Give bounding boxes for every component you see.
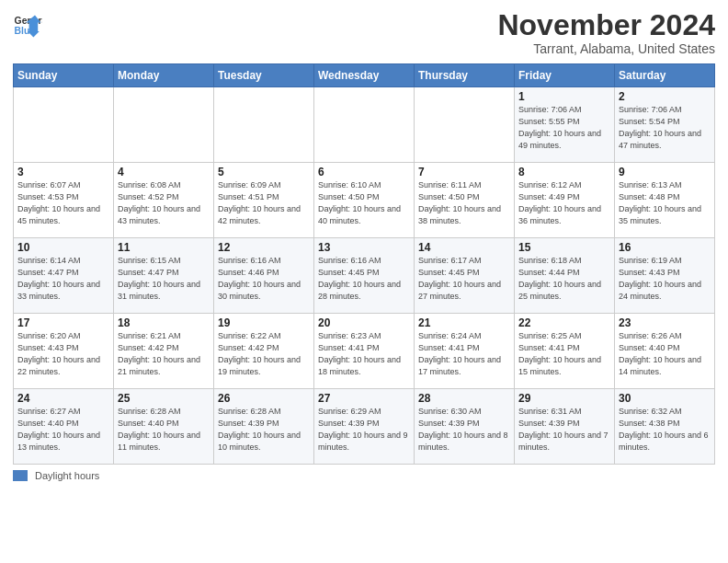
calendar-cell: 22Sunrise: 6:25 AM Sunset: 4:41 PM Dayli… — [515, 314, 615, 389]
calendar-cell: 13Sunrise: 6:16 AM Sunset: 4:45 PM Dayli… — [314, 238, 415, 314]
day-number: 18 — [118, 316, 210, 329]
day-number: 14 — [418, 241, 510, 254]
calendar-cell: 15Sunrise: 6:18 AM Sunset: 4:44 PM Dayli… — [515, 238, 615, 314]
calendar-cell: 21Sunrise: 6:24 AM Sunset: 4:41 PM Dayli… — [415, 314, 515, 389]
day-info: Sunrise: 6:09 AM Sunset: 4:51 PM Dayligh… — [218, 179, 310, 227]
day-number: 9 — [619, 166, 711, 178]
calendar-cell: 23Sunrise: 6:26 AM Sunset: 4:40 PM Dayli… — [615, 314, 715, 389]
day-info: Sunrise: 6:30 AM Sunset: 4:39 PM Dayligh… — [418, 406, 510, 454]
day-info: Sunrise: 6:23 AM Sunset: 4:41 PM Dayligh… — [318, 330, 410, 378]
day-info: Sunrise: 6:27 AM Sunset: 4:40 PM Dayligh… — [17, 406, 109, 454]
title-block: November 2024 Tarrant, Alabama, United S… — [497, 9, 715, 56]
calendar-cell: 9Sunrise: 6:13 AM Sunset: 4:48 PM Daylig… — [615, 163, 715, 238]
day-number: 5 — [218, 166, 310, 178]
day-number: 2 — [619, 90, 711, 103]
day-number: 4 — [118, 166, 210, 178]
day-info: Sunrise: 6:26 AM Sunset: 4:40 PM Dayligh… — [619, 330, 711, 378]
weekday-header-saturday: Saturday — [615, 64, 715, 87]
day-info: Sunrise: 6:16 AM Sunset: 4:45 PM Dayligh… — [318, 255, 410, 303]
logo: General Blue — [13, 9, 42, 39]
day-number: 24 — [17, 392, 109, 405]
day-number: 3 — [17, 166, 109, 178]
calendar-cell: 8Sunrise: 6:12 AM Sunset: 4:49 PM Daylig… — [515, 163, 615, 238]
calendar-cell: 6Sunrise: 6:10 AM Sunset: 4:50 PM Daylig… — [314, 163, 415, 238]
day-number: 15 — [518, 241, 610, 254]
day-info: Sunrise: 6:17 AM Sunset: 4:45 PM Dayligh… — [418, 255, 510, 303]
calendar-week-row: 3Sunrise: 6:07 AM Sunset: 4:53 PM Daylig… — [14, 163, 715, 238]
day-number: 20 — [318, 316, 410, 329]
calendar-cell — [415, 87, 515, 163]
calendar-cell: 28Sunrise: 6:30 AM Sunset: 4:39 PM Dayli… — [415, 389, 515, 465]
day-info: Sunrise: 6:18 AM Sunset: 4:44 PM Dayligh… — [518, 255, 610, 303]
day-info: Sunrise: 6:22 AM Sunset: 4:42 PM Dayligh… — [218, 330, 310, 378]
day-number: 8 — [518, 166, 610, 178]
calendar-week-row: 17Sunrise: 6:20 AM Sunset: 4:43 PM Dayli… — [14, 314, 715, 389]
day-number: 10 — [17, 241, 109, 254]
day-number: 28 — [418, 392, 510, 405]
calendar-week-row: 24Sunrise: 6:27 AM Sunset: 4:40 PM Dayli… — [14, 389, 715, 465]
legend-color-box — [13, 470, 28, 481]
weekday-header-sunday: Sunday — [14, 64, 114, 87]
calendar-cell: 25Sunrise: 6:28 AM Sunset: 4:40 PM Dayli… — [114, 389, 214, 465]
calendar-cell: 10Sunrise: 6:14 AM Sunset: 4:47 PM Dayli… — [14, 238, 114, 314]
day-info: Sunrise: 6:10 AM Sunset: 4:50 PM Dayligh… — [318, 179, 410, 227]
day-info: Sunrise: 6:13 AM Sunset: 4:48 PM Dayligh… — [619, 179, 711, 227]
calendar-week-row: 1Sunrise: 7:06 AM Sunset: 5:55 PM Daylig… — [14, 87, 715, 163]
day-info: Sunrise: 6:07 AM Sunset: 4:53 PM Dayligh… — [17, 179, 109, 227]
day-info: Sunrise: 6:08 AM Sunset: 4:52 PM Dayligh… — [118, 179, 210, 227]
weekday-header-friday: Friday — [515, 64, 615, 87]
calendar-cell: 7Sunrise: 6:11 AM Sunset: 4:50 PM Daylig… — [415, 163, 515, 238]
calendar-cell — [14, 87, 114, 163]
calendar-cell: 2Sunrise: 7:06 AM Sunset: 5:54 PM Daylig… — [615, 87, 715, 163]
day-info: Sunrise: 6:24 AM Sunset: 4:41 PM Dayligh… — [418, 330, 510, 378]
calendar-cell: 19Sunrise: 6:22 AM Sunset: 4:42 PM Dayli… — [214, 314, 314, 389]
calendar-cell: 3Sunrise: 6:07 AM Sunset: 4:53 PM Daylig… — [14, 163, 114, 238]
calendar-cell — [114, 87, 214, 163]
footer: Daylight hours — [13, 470, 715, 481]
day-number: 25 — [118, 392, 210, 405]
day-info: Sunrise: 6:31 AM Sunset: 4:39 PM Dayligh… — [518, 406, 610, 454]
calendar-cell: 14Sunrise: 6:17 AM Sunset: 4:45 PM Dayli… — [415, 238, 515, 314]
calendar-cell: 27Sunrise: 6:29 AM Sunset: 4:39 PM Dayli… — [314, 389, 415, 465]
day-number: 16 — [619, 241, 711, 254]
weekday-header-tuesday: Tuesday — [214, 64, 314, 87]
day-info: Sunrise: 6:28 AM Sunset: 4:40 PM Dayligh… — [118, 406, 210, 454]
weekday-header-monday: Monday — [114, 64, 214, 87]
calendar-cell: 24Sunrise: 6:27 AM Sunset: 4:40 PM Dayli… — [14, 389, 114, 465]
calendar-cell — [214, 87, 314, 163]
location: Tarrant, Alabama, United States — [497, 41, 715, 56]
weekday-header-thursday: Thursday — [415, 64, 515, 87]
day-number: 22 — [518, 316, 610, 329]
day-number: 6 — [318, 166, 410, 178]
day-number: 30 — [619, 392, 711, 405]
calendar-week-row: 10Sunrise: 6:14 AM Sunset: 4:47 PM Dayli… — [14, 238, 715, 314]
weekday-header-wednesday: Wednesday — [314, 64, 415, 87]
page-container: General Blue November 2024 Tarrant, Alab… — [0, 0, 728, 563]
day-info: Sunrise: 6:29 AM Sunset: 4:39 PM Dayligh… — [318, 406, 410, 454]
calendar-table: SundayMondayTuesdayWednesdayThursdayFrid… — [13, 63, 715, 465]
calendar-cell: 18Sunrise: 6:21 AM Sunset: 4:42 PM Dayli… — [114, 314, 214, 389]
calendar-cell: 29Sunrise: 6:31 AM Sunset: 4:39 PM Dayli… — [515, 389, 615, 465]
day-number: 17 — [17, 316, 109, 329]
calendar-cell: 1Sunrise: 7:06 AM Sunset: 5:55 PM Daylig… — [515, 87, 615, 163]
day-info: Sunrise: 6:12 AM Sunset: 4:49 PM Dayligh… — [518, 179, 610, 227]
month-title: November 2024 — [497, 9, 715, 41]
day-info: Sunrise: 7:06 AM Sunset: 5:55 PM Dayligh… — [518, 104, 610, 152]
legend-label: Daylight hours — [35, 470, 99, 481]
calendar-cell: 20Sunrise: 6:23 AM Sunset: 4:41 PM Dayli… — [314, 314, 415, 389]
day-info: Sunrise: 6:25 AM Sunset: 4:41 PM Dayligh… — [518, 330, 610, 378]
header: General Blue November 2024 Tarrant, Alab… — [13, 9, 715, 56]
calendar-cell: 11Sunrise: 6:15 AM Sunset: 4:47 PM Dayli… — [114, 238, 214, 314]
day-number: 26 — [218, 392, 310, 405]
calendar-cell: 16Sunrise: 6:19 AM Sunset: 4:43 PM Dayli… — [615, 238, 715, 314]
day-number: 21 — [418, 316, 510, 329]
calendar-cell: 30Sunrise: 6:32 AM Sunset: 4:38 PM Dayli… — [615, 389, 715, 465]
calendar-header-row: SundayMondayTuesdayWednesdayThursdayFrid… — [14, 64, 715, 87]
day-number: 13 — [318, 241, 410, 254]
day-info: Sunrise: 7:06 AM Sunset: 5:54 PM Dayligh… — [619, 104, 711, 152]
day-info: Sunrise: 6:28 AM Sunset: 4:39 PM Dayligh… — [218, 406, 310, 454]
day-info: Sunrise: 6:16 AM Sunset: 4:46 PM Dayligh… — [218, 255, 310, 303]
day-number: 23 — [619, 316, 711, 329]
calendar-cell: 5Sunrise: 6:09 AM Sunset: 4:51 PM Daylig… — [214, 163, 314, 238]
day-number: 27 — [318, 392, 410, 405]
